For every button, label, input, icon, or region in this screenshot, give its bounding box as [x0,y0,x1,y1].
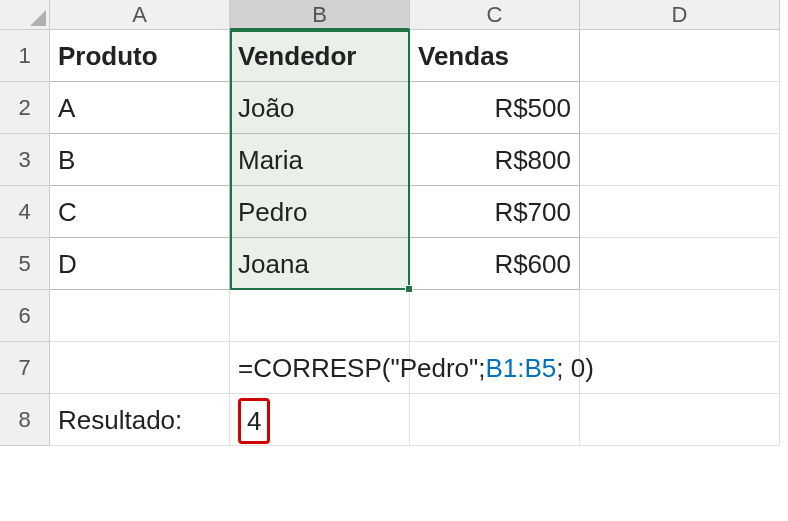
cell-b2[interactable]: João [230,82,410,134]
cell-d8[interactable] [580,394,780,446]
cell-c1[interactable]: Vendas [410,30,580,82]
cell-d4[interactable] [580,186,780,238]
col-header-c[interactable]: C [410,0,580,30]
formula-suffix: ; 0) [556,353,594,383]
cell-c4[interactable]: R$700 [410,186,580,238]
cell-b1[interactable]: Vendedor [230,30,410,82]
row-header-7[interactable]: 7 [0,342,50,394]
formula-prefix: =CORRESP("Pedro"; [238,353,485,383]
cell-c6[interactable] [410,290,580,342]
select-all-corner[interactable] [0,0,50,30]
spreadsheet-grid[interactable]: A B C D 1 Produto Vendedor Vendas 2 A Jo… [0,0,788,446]
cell-d5[interactable] [580,238,780,290]
cell-b4[interactable]: Pedro [230,186,410,238]
row-header-2[interactable]: 2 [0,82,50,134]
cell-a7[interactable] [50,342,230,394]
cell-b7[interactable]: =CORRESP("Pedro";B1:B5; 0) [230,342,410,394]
result-highlight: 4 [238,398,270,444]
cell-a4[interactable]: C [50,186,230,238]
col-header-b[interactable]: B [230,0,410,30]
formula-text: =CORRESP("Pedro";B1:B5; 0) [238,342,594,394]
col-header-a[interactable]: A [50,0,230,30]
row-header-6[interactable]: 6 [0,290,50,342]
cell-a2[interactable]: A [50,82,230,134]
cell-b3[interactable]: Maria [230,134,410,186]
row-header-5[interactable]: 5 [0,238,50,290]
cell-b5[interactable]: Joana [230,238,410,290]
cell-d2[interactable] [580,82,780,134]
cell-d7[interactable] [580,342,780,394]
row-header-3[interactable]: 3 [0,134,50,186]
cell-a6[interactable] [50,290,230,342]
cell-c2[interactable]: R$500 [410,82,580,134]
selection-handle[interactable] [405,285,413,293]
cell-d1[interactable] [580,30,780,82]
row-header-1[interactable]: 1 [0,30,50,82]
cell-c8[interactable] [410,394,580,446]
cell-c5[interactable]: R$600 [410,238,580,290]
cell-a5[interactable]: D [50,238,230,290]
cell-a3[interactable]: B [50,134,230,186]
cell-d3[interactable] [580,134,780,186]
row-header-4[interactable]: 4 [0,186,50,238]
formula-ref: B1:B5 [485,353,556,383]
cell-b6[interactable] [230,290,410,342]
col-header-d[interactable]: D [580,0,780,30]
cell-a1[interactable]: Produto [50,30,230,82]
cell-b8[interactable]: 4 [230,394,410,446]
cell-c3[interactable]: R$800 [410,134,580,186]
cell-a8[interactable]: Resultado: [50,394,230,446]
cell-d6[interactable] [580,290,780,342]
row-header-8[interactable]: 8 [0,394,50,446]
